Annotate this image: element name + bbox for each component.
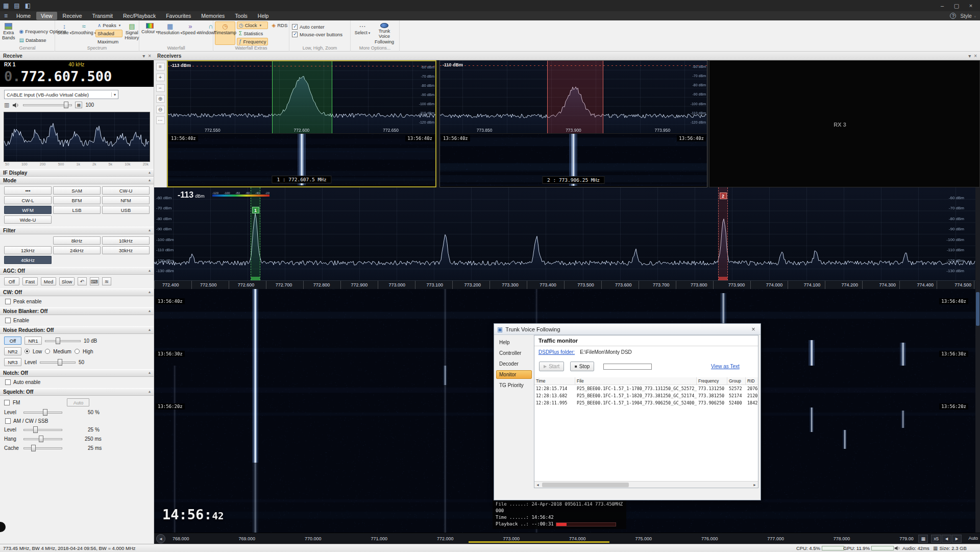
clock-button[interactable]: ◷ Clock	[237, 21, 268, 29]
dialog-close-icon[interactable]: ×	[749, 326, 757, 333]
filter-30khz-button[interactable]: 30kHz	[102, 246, 150, 254]
minimize-button[interactable]: –	[936, 3, 948, 9]
app-icon[interactable]: ▦	[3, 3, 9, 9]
filter-12khz-button[interactable]: 12kHz	[4, 246, 52, 254]
scroll-left-icon[interactable]: ◄	[534, 483, 541, 487]
filter-8khz-button[interactable]: 8kHz	[53, 236, 101, 245]
remove-receiver-icon[interactable]: −	[156, 84, 165, 92]
resolution-button[interactable]: ▦ Resolution	[160, 21, 180, 45]
agc-undo-icon[interactable]: ↶	[78, 277, 87, 285]
zoom-in-icon[interactable]: ⊕	[156, 95, 165, 103]
agc-graph-icon[interactable]: ≋	[102, 277, 111, 285]
section-squelch[interactable]: Squelch: Off▴	[0, 388, 154, 396]
marker-2-handle[interactable]	[719, 277, 727, 280]
section-agc[interactable]: AGC: Off▴	[0, 267, 154, 275]
start-button[interactable]: ▶ Start	[539, 362, 564, 371]
nr2-button[interactable]: NR2	[4, 347, 21, 355]
auto-center-checkbox[interactable]: Auto center	[292, 24, 348, 30]
section-cw[interactable]: CW: Off▴	[0, 289, 154, 296]
close-button[interactable]: ×	[965, 3, 977, 9]
colour-button[interactable]: Colour	[141, 21, 158, 45]
receiver-pane-3[interactable]: RX 3	[709, 60, 980, 187]
select-button[interactable]: ⋯ Select	[352, 21, 373, 45]
peak-enable-checkbox[interactable]: Peak enable	[5, 299, 149, 304]
section-notch[interactable]: Notch: Off▴	[0, 369, 154, 377]
notch-auto-checkbox[interactable]: Auto enable	[5, 379, 149, 385]
nr2-low-radio[interactable]	[24, 349, 30, 354]
grid-view-icon[interactable]: ▦	[918, 535, 928, 543]
nav-controller[interactable]: Controller	[496, 349, 532, 357]
trunk-voice-following-dialog[interactable]: ▣ Trunk Voice Following × Help Controlle…	[494, 323, 761, 500]
section-filter[interactable]: Filter▴	[0, 227, 154, 234]
view-as-text-link[interactable]: View as Text	[711, 364, 740, 369]
main-spectrum[interactable]: 1 2 -113dBm -120-100-80-60-40-20 -60 dBm…	[154, 187, 975, 280]
auto-label[interactable]: Auto	[968, 536, 978, 541]
audio-device-dropdown[interactable]: CABLE Input (VB-Audio Virtual Cable) ▾	[4, 90, 118, 99]
mode-wideu-button[interactable]: Wide-U	[4, 215, 52, 224]
tab-tools[interactable]: Tools	[230, 12, 252, 20]
section-noise-blanker[interactable]: Noise Blanker: Off▴	[0, 307, 154, 315]
tab-rec-playback[interactable]: Rec/Playback	[118, 12, 160, 20]
waterfall-scrollbar[interactable]	[975, 187, 980, 533]
mode-bfm-button[interactable]: BFM	[53, 196, 101, 204]
level-meter-icon[interactable]: ▥	[4, 102, 9, 108]
mode-nfm-button[interactable]: NFM	[102, 196, 150, 204]
peaks-button[interactable]: ∧ Peaks	[95, 21, 122, 29]
mouse-over-buttons-checkbox[interactable]: Mouse-over buttons	[292, 32, 348, 37]
marker-1-handle[interactable]	[251, 277, 260, 280]
nav-monitor[interactable]: Monitor	[496, 370, 532, 379]
scrollbar-thumb[interactable]	[976, 292, 979, 326]
scroll-right-icon[interactable]: ►	[751, 483, 758, 487]
panel-close-icon[interactable]: ×	[148, 53, 151, 59]
marker-2-badge[interactable]: 2	[720, 193, 727, 199]
agc-keyboard-icon[interactable]: ⌨	[90, 277, 99, 285]
table-row[interactable]: 12:28:15.714 P25_BEE00.1FC-1.57_1-1780_7…	[534, 385, 758, 392]
squelch-level2-slider[interactable]	[23, 426, 62, 433]
tab-help[interactable]: Help	[253, 12, 274, 20]
table-hscrollbar[interactable]: ◄ ►	[534, 481, 758, 488]
mode-cwl-button[interactable]: CW-L	[4, 196, 52, 204]
filter-24khz-button[interactable]: 24kHz	[53, 246, 101, 254]
agc-fast-button[interactable]: Fast	[22, 277, 38, 285]
agc-off-button[interactable]: Off	[4, 277, 19, 285]
statistics-button[interactable]: Σ Statistics	[237, 30, 268, 37]
section-noise-reduction[interactable]: Noise Reduction: Off▴	[0, 326, 154, 334]
receiver-pane-2[interactable]: -110 dBm -60 dBm-70 dBm-80 dBm-90 dBm-10…	[439, 60, 707, 187]
nr2-medium-radio[interactable]	[45, 349, 50, 354]
panel-pin-icon[interactable]: ▾	[968, 53, 971, 59]
panel-close-icon[interactable]: ×	[974, 53, 977, 59]
nr-off-button[interactable]: Off	[4, 337, 21, 345]
layout-menu-icon[interactable]: ≡	[156, 63, 165, 70]
speed-button[interactable]: » Speed	[182, 21, 199, 45]
mode-usb-button[interactable]: USB	[102, 206, 150, 214]
agc-med-button[interactable]: Med	[41, 277, 56, 285]
receiver-pane-1[interactable]: -113 dBm -60 dBm-70 dBm-80 dBm-90 dBm-10…	[167, 60, 436, 187]
mode-cwu-button[interactable]: CW-U	[102, 186, 150, 195]
squelch-hang-slider[interactable]	[23, 436, 62, 442]
section-mode[interactable]: Mode▴	[0, 177, 154, 184]
band-ruler[interactable]: ◄ 768.000769.000770.000771.000772.000773…	[154, 533, 980, 544]
scrollbar-thumb[interactable]	[542, 483, 629, 487]
tab-memories[interactable]: Memories	[197, 12, 229, 20]
add-receiver-icon[interactable]: +	[156, 74, 165, 81]
mode-wfm-button[interactable]: WFM	[4, 206, 52, 214]
shaded-button[interactable]: Shaded	[95, 30, 122, 37]
squelch-auto-button[interactable]: Auto	[67, 398, 89, 406]
frequency-button[interactable]: ƒ Frequency	[237, 38, 268, 45]
speaker-icon[interactable]	[12, 102, 20, 108]
nr3-slider[interactable]	[40, 359, 76, 366]
help-icon[interactable]: ?	[950, 13, 956, 19]
mode-more-button[interactable]: •••	[4, 186, 52, 195]
fm-checkbox[interactable]	[4, 400, 10, 405]
nr3-button[interactable]: NR3	[4, 358, 21, 366]
extra-bands-button[interactable]: Extra Bands	[2, 21, 16, 45]
ribbon-menu-icon[interactable]: ≡	[4, 13, 8, 19]
tab-view[interactable]: View	[36, 12, 57, 20]
nav-decoder[interactable]: Decoder	[496, 359, 532, 368]
agc-slow-button[interactable]: Slow	[59, 277, 75, 285]
squelch-level-slider[interactable]	[23, 409, 62, 416]
squelch-cache-slider[interactable]	[23, 445, 62, 451]
marker-1-badge[interactable]: 1	[252, 207, 259, 213]
rx2-passband[interactable]	[547, 61, 603, 133]
scroll-left-icon[interactable]: ◄	[942, 535, 951, 543]
